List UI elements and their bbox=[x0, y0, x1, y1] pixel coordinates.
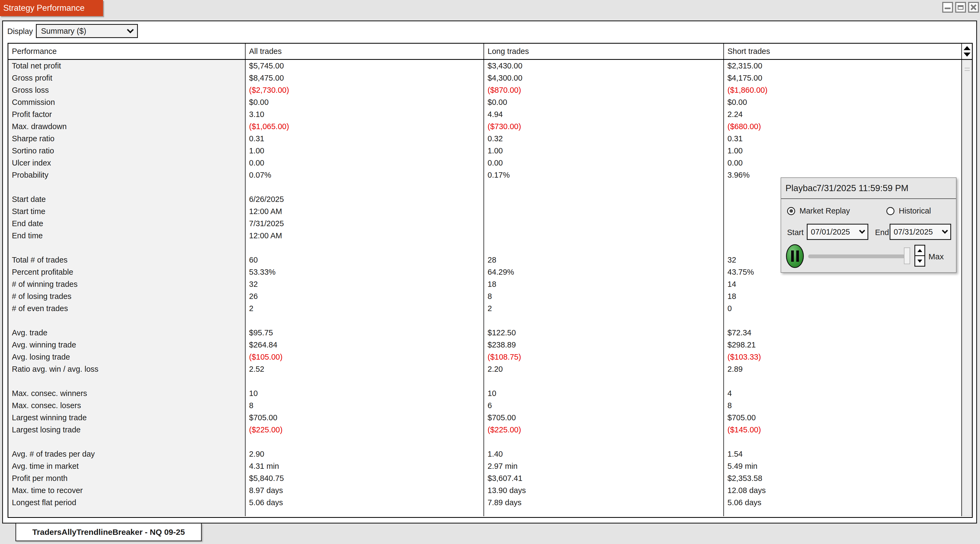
metric-value-all: $8,475.00 bbox=[245, 72, 484, 84]
metric-value-long: 2.20 bbox=[484, 363, 724, 375]
metric-value-short bbox=[724, 315, 961, 327]
metric-value-short: 1.54 bbox=[724, 448, 961, 460]
metric-label: Ratio avg. win / avg. loss bbox=[8, 363, 245, 375]
metric-value-all: ($1,065.00) bbox=[245, 121, 484, 133]
metric-value-long: 1.40 bbox=[484, 448, 724, 460]
pause-button[interactable] bbox=[786, 244, 804, 268]
radio-market-replay-label: Market Replay bbox=[800, 206, 850, 216]
close-icon bbox=[970, 4, 977, 11]
scroll-down-icon[interactable] bbox=[964, 52, 970, 57]
metric-value-long: 1.00 bbox=[484, 145, 724, 157]
playback-title: Playback bbox=[786, 183, 816, 193]
metric-label: End date bbox=[8, 217, 245, 230]
metric-value-all: 8 bbox=[245, 400, 484, 412]
metric-value-long: $705.00 bbox=[484, 412, 724, 424]
pause-icon bbox=[796, 251, 799, 262]
metric-value-short: $2,315.00 bbox=[724, 60, 961, 72]
metric-value-all: 12:00 AM bbox=[245, 230, 484, 242]
metric-label: End time bbox=[8, 230, 245, 242]
display-dropdown[interactable]: Summary ($) bbox=[36, 24, 138, 38]
column-header-long-trades: Long trades bbox=[484, 44, 724, 59]
column-header-short-trades: Short trades bbox=[724, 44, 962, 59]
pause-icon bbox=[791, 251, 794, 262]
metric-value-long: ($730.00) bbox=[484, 121, 724, 133]
scroll-up-icon[interactable] bbox=[964, 46, 970, 50]
metric-label: Avg. time in market bbox=[8, 460, 245, 472]
performance-table: Performance All trades Long trades Short… bbox=[8, 43, 973, 518]
metric-value-short: 12.08 days bbox=[724, 484, 961, 496]
metric-value-short: ($680.00) bbox=[724, 121, 961, 133]
metric-value-short: 8 bbox=[724, 400, 961, 412]
metric-value-short: $2,353.58 bbox=[724, 472, 961, 484]
metric-label: Percent profitable bbox=[8, 266, 245, 278]
playback-title-bar[interactable]: Playback 7/31/2025 11:59:59 PM bbox=[781, 178, 956, 199]
metric-value-all: 2.52 bbox=[245, 363, 484, 375]
metric-value-long: $3,430.00 bbox=[484, 60, 724, 72]
metric-value-all: $5,745.00 bbox=[245, 60, 484, 72]
metric-value-long: $122.50 bbox=[484, 327, 724, 339]
column-header-performance: Performance bbox=[8, 44, 245, 59]
radio-market-replay[interactable]: Market Replay bbox=[787, 206, 850, 216]
speed-decrease-button[interactable] bbox=[915, 255, 925, 266]
column-long-trades-values: $3,430.00$4,300.00($870.00)$0.004.94($73… bbox=[484, 60, 724, 516]
metric-label bbox=[8, 181, 245, 193]
metric-value-long bbox=[484, 315, 724, 327]
metric-value-short: 1.00 bbox=[724, 145, 961, 157]
window-title-tab[interactable]: Strategy Performance bbox=[0, 0, 103, 16]
metric-label: Gross loss bbox=[8, 84, 245, 96]
metric-value-long bbox=[484, 217, 724, 230]
metric-label: Avg. losing trade bbox=[8, 351, 245, 363]
metric-value-short bbox=[724, 375, 961, 387]
start-date-dropdown[interactable]: 07/01/2025 bbox=[807, 224, 868, 240]
speed-increase-button[interactable] bbox=[915, 245, 925, 256]
maximize-button[interactable] bbox=[955, 2, 966, 13]
metric-value-short: 2.24 bbox=[724, 108, 961, 121]
end-date-value: 07/31/2025 bbox=[894, 227, 933, 236]
metric-value-long: $3,607.41 bbox=[484, 472, 724, 484]
metric-value-all: 5.06 days bbox=[245, 496, 484, 509]
table-scrollbar-thumb[interactable] bbox=[963, 60, 971, 516]
strategy-tab[interactable]: TradersAllyTrendlineBreaker - NQ 09-25 bbox=[15, 523, 202, 541]
column-all-trades-values: $5,745.00$8,475.00($2,730.00)$0.003.10($… bbox=[245, 60, 484, 516]
metric-value-all: 1.00 bbox=[245, 145, 484, 157]
metric-value-long: $0.00 bbox=[484, 96, 724, 108]
metric-label bbox=[8, 315, 245, 327]
metric-value-long: 4.94 bbox=[484, 108, 724, 121]
speed-slider-thumb[interactable] bbox=[904, 247, 910, 264]
metric-label: Avg. trade bbox=[8, 327, 245, 339]
metric-value-short: 5.49 min bbox=[724, 460, 961, 472]
metric-value-all: 2 bbox=[245, 303, 484, 315]
metric-value-short: $705.00 bbox=[724, 412, 961, 424]
metric-value-all: 26 bbox=[245, 290, 484, 303]
metric-value-long bbox=[484, 205, 724, 217]
metric-label: Profit factor bbox=[8, 108, 245, 121]
metric-value-all bbox=[245, 375, 484, 387]
close-button[interactable] bbox=[968, 2, 979, 13]
speed-max-label: Max bbox=[929, 251, 944, 263]
metric-value-all: 10 bbox=[245, 387, 484, 400]
metric-value-all: 8.97 days bbox=[245, 484, 484, 496]
minimize-button[interactable] bbox=[942, 2, 953, 13]
metric-label: Largest winning trade bbox=[8, 412, 245, 424]
metric-value-long: 2 bbox=[484, 303, 724, 315]
metric-label: Gross profit bbox=[8, 72, 245, 84]
metric-value-long bbox=[484, 436, 724, 448]
arrow-down-icon bbox=[917, 260, 922, 263]
metric-value-long: 18 bbox=[484, 278, 724, 290]
metric-value-short: 14 bbox=[724, 278, 961, 290]
start-date-value: 07/01/2025 bbox=[811, 227, 850, 236]
metric-value-long: 7.89 days bbox=[484, 496, 724, 509]
start-date-label: Start bbox=[787, 224, 803, 241]
metric-value-all: 32 bbox=[245, 278, 484, 290]
metric-value-all: ($105.00) bbox=[245, 351, 484, 363]
chevron-down-icon bbox=[942, 227, 948, 234]
metric-label: Avg. # of trades per day bbox=[8, 448, 245, 460]
metric-value-all: 3.10 bbox=[245, 108, 484, 121]
end-date-dropdown[interactable]: 07/31/2025 bbox=[889, 224, 951, 240]
radio-historical[interactable]: Historical bbox=[886, 206, 931, 216]
table-scrollbar-track[interactable] bbox=[962, 60, 972, 516]
metric-value-short: 0.31 bbox=[724, 133, 961, 145]
metric-label: Start date bbox=[8, 193, 245, 205]
speed-slider-track[interactable] bbox=[808, 254, 905, 258]
metric-value-long: 10 bbox=[484, 387, 724, 400]
